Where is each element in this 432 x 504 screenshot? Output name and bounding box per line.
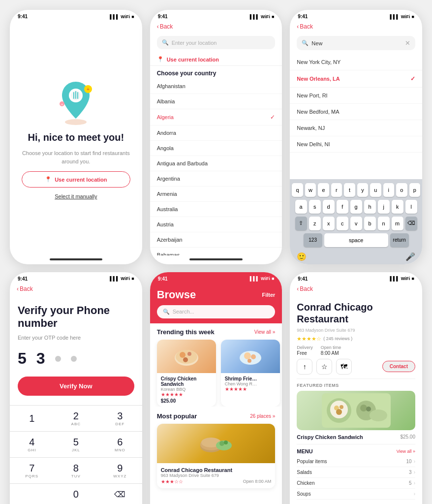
view-all-popular[interactable]: 26 places »: [250, 413, 275, 419]
trending-card-1[interactable]: Crispy Chicken Sandwich Korean BBQ ★★★★★…: [157, 340, 216, 407]
country-angola[interactable]: Angola: [150, 141, 282, 156]
verify-button[interactable]: Verify Now: [18, 377, 134, 396]
contact-button[interactable]: Contact: [382, 361, 415, 372]
country-antigua[interactable]: Antigua and Barbuda: [150, 156, 282, 171]
country-andorra[interactable]: Andorra: [150, 126, 282, 141]
key-q[interactable]: q: [292, 183, 303, 197]
key-m[interactable]: m: [392, 217, 403, 230]
key-b[interactable]: b: [364, 217, 376, 230]
popular-card-1[interactable]: Conrad Chicago Restaurant 963 Madyson Dr…: [157, 424, 276, 488]
country-bahamas[interactable]: Bahamas: [150, 248, 282, 255]
key-g[interactable]: g: [350, 200, 362, 214]
active-search-bar[interactable]: 🔍 New ✕: [297, 36, 415, 50]
menu-view-all[interactable]: View all »: [397, 449, 415, 454]
result-new-bedford[interactable]: New Bedford, MA: [290, 104, 422, 120]
select-manually-button[interactable]: Select it manually: [55, 193, 97, 199]
result-new-orleans[interactable]: New Orleans, LA✓: [290, 70, 422, 88]
view-all-trending[interactable]: View all »: [254, 329, 276, 335]
menu-item-popular[interactable]: Popular items 10 ›: [297, 456, 415, 467]
key-delete[interactable]: ⌫: [405, 217, 417, 230]
key-h[interactable]: h: [364, 200, 376, 214]
emoji-icon[interactable]: 🙂: [297, 252, 307, 261]
key-p[interactable]: p: [409, 183, 420, 197]
numpad-delete[interactable]: ⌫: [98, 483, 142, 504]
key-c[interactable]: c: [337, 217, 348, 230]
key-i[interactable]: i: [383, 183, 394, 197]
numpad-3[interactable]: 3DEF: [98, 405, 142, 431]
use-location-button[interactable]: 📍 Use current location: [22, 171, 130, 188]
country-albania[interactable]: Albania: [150, 94, 282, 109]
keyboard-row-2: a s d f g h j k l: [292, 200, 420, 214]
key-space[interactable]: space: [324, 233, 388, 247]
mic-icon[interactable]: 🎤: [405, 252, 415, 261]
country-austria[interactable]: Austria: [150, 217, 282, 232]
result-newark[interactable]: Newark, NJ: [290, 120, 422, 136]
back-button-restaurant[interactable]: ‹ Back: [297, 285, 313, 292]
key-return[interactable]: return: [390, 233, 409, 247]
status-time: 9:41: [298, 276, 308, 282]
numpad-6[interactable]: 6MNO: [98, 431, 142, 457]
country-afghanistan[interactable]: Afghanistan: [150, 79, 282, 94]
map-button[interactable]: 🗺: [336, 359, 352, 375]
key-a[interactable]: a: [295, 200, 307, 214]
back-button-verify[interactable]: ‹ Back: [17, 285, 33, 292]
key-r[interactable]: r: [331, 183, 342, 197]
result-new-delhi[interactable]: New Delhi, NI: [290, 136, 422, 153]
use-current-location-btn[interactable]: 📍 Use current location: [150, 53, 282, 66]
key-v[interactable]: v: [350, 217, 362, 230]
most-popular-section: Most popular 26 places »: [150, 412, 282, 488]
numpad-8[interactable]: 8TUV: [54, 457, 98, 483]
numpad-9[interactable]: 9WXYZ: [98, 457, 142, 483]
trending-card-1-name: Crispy Chicken Sandwich: [161, 376, 212, 387]
search-icon: 🔍: [163, 309, 170, 315]
country-argentina[interactable]: Argentina: [150, 171, 282, 187]
otp-row: 5 3: [18, 349, 134, 368]
key-w[interactable]: w: [305, 183, 316, 197]
key-f[interactable]: f: [337, 200, 348, 214]
back-button-country[interactable]: ‹ Back: [157, 23, 173, 30]
share-button[interactable]: ↑: [297, 359, 312, 375]
key-shift[interactable]: ⇧: [295, 217, 307, 230]
result-new-york[interactable]: New York City, NY: [290, 54, 422, 70]
filter-button[interactable]: Filter: [262, 292, 275, 298]
key-123[interactable]: 123: [304, 233, 322, 247]
country-algeria[interactable]: Algeria✓: [150, 109, 282, 126]
browse-search-bar[interactable]: 🔍 Search...: [157, 305, 276, 318]
location-search-bar[interactable]: 🔍 Enter your location: [157, 36, 276, 49]
key-x[interactable]: x: [323, 217, 335, 230]
key-z[interactable]: z: [309, 217, 321, 230]
numpad-2[interactable]: 2ABC: [54, 405, 98, 431]
country-australia[interactable]: Australia: [150, 202, 282, 217]
numpad-4[interactable]: 4GHI: [10, 431, 54, 457]
key-o[interactable]: o: [396, 183, 407, 197]
key-t[interactable]: t: [344, 183, 355, 197]
menu-item-soups[interactable]: Soups ›: [297, 489, 415, 500]
menu-item-salads[interactable]: Salads 3 ›: [297, 467, 415, 478]
key-y[interactable]: y: [357, 183, 368, 197]
key-n[interactable]: n: [378, 217, 390, 230]
status-bar-verify: 9:41 ▌▌▌ WiFi ■: [10, 272, 142, 284]
numpad-7[interactable]: 7PQRS: [10, 457, 54, 483]
popular-card-1-address: 963 Madyson Drive Suite 679: [161, 473, 272, 478]
numpad-1[interactable]: 1: [10, 405, 54, 431]
key-j[interactable]: j: [378, 200, 390, 214]
svg-point-13: [187, 352, 191, 356]
country-azerbaijan[interactable]: Azerbaijan: [150, 232, 282, 248]
result-new-port[interactable]: New Port, RI: [290, 88, 422, 104]
key-s[interactable]: s: [309, 200, 321, 214]
key-k[interactable]: k: [392, 200, 403, 214]
numpad-5[interactable]: 5JKL: [54, 431, 98, 457]
key-u[interactable]: u: [370, 183, 381, 197]
clear-search-button[interactable]: ✕: [405, 39, 410, 47]
key-l[interactable]: l: [405, 200, 417, 214]
welcome-title: Hi, nice to meet you!: [28, 132, 124, 143]
search-input[interactable]: New: [311, 40, 402, 46]
trending-card-2[interactable]: Shrimp Frie… Chen Wong R… ★★★★★: [221, 340, 280, 407]
key-d[interactable]: d: [323, 200, 335, 214]
favorite-button[interactable]: ☆: [316, 359, 332, 375]
country-armenia[interactable]: Armenia: [150, 187, 282, 202]
back-button-search[interactable]: ‹ Back: [297, 23, 313, 30]
menu-item-chicken[interactable]: Chicken 5 ›: [297, 478, 415, 489]
numpad-0[interactable]: 0: [54, 483, 98, 504]
key-e[interactable]: e: [318, 183, 329, 197]
